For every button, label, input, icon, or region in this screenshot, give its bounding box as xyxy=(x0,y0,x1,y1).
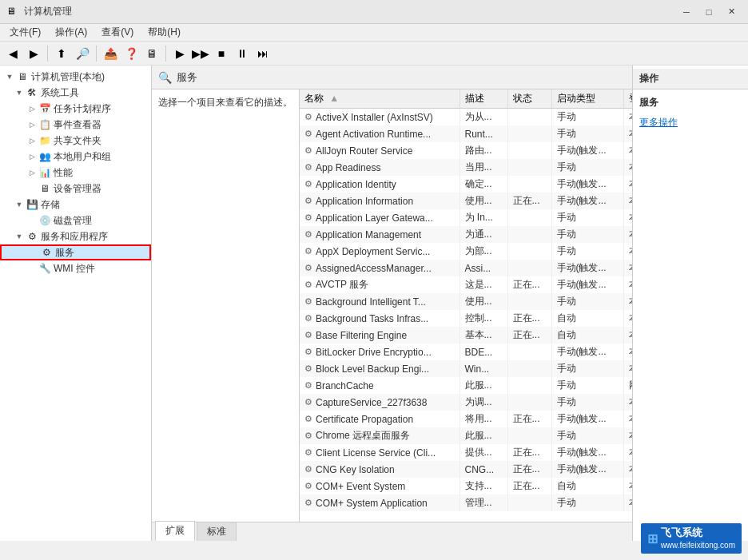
export-button[interactable]: 📤 xyxy=(101,44,120,63)
tree-item-device-manager[interactable]: 🖥 设备管理器 xyxy=(0,181,151,197)
svc-status-cell xyxy=(507,243,551,260)
table-row[interactable]: ⚙AppX Deployment Servic...为部...手动本 xyxy=(300,243,632,260)
services-list[interactable]: 名称 ▲ 描述 状态 启动类型 xyxy=(300,89,632,522)
svc-name-cell: ⚙BitLocker Drive Encryptio... xyxy=(304,347,432,358)
col-login[interactable]: 登 xyxy=(623,89,632,109)
tree-item-task-scheduler[interactable]: ▷ 📅 任务计划程序 xyxy=(0,101,151,117)
table-row[interactable]: ⚙ActiveX Installer (AxInstSV)为从...手动本 xyxy=(300,109,632,126)
table-row[interactable]: ⚙Application Information使用...正在...手动(触发.… xyxy=(300,193,632,209)
play-all-button[interactable]: ▶▶ xyxy=(191,44,210,63)
svc-login-cell: 本 xyxy=(623,260,632,276)
table-row[interactable]: ⚙Base Filtering Engine基本...正在...自动本 xyxy=(300,327,632,344)
tab-extend[interactable]: 扩展 xyxy=(155,521,195,541)
system-tools-label: 系统工具 xyxy=(41,86,79,100)
tree-root[interactable]: ▼ 🖥 计算机管理(本地) xyxy=(0,69,151,85)
tree-item-event-viewer[interactable]: ▷ 📋 事件查看器 xyxy=(0,117,151,133)
stop-button[interactable]: ■ xyxy=(212,44,231,63)
window-icon: 🖥 xyxy=(6,6,19,18)
tree-item-storage[interactable]: ▼ 💾 存储 xyxy=(0,197,151,212)
storage-label: 存储 xyxy=(41,198,60,212)
table-row[interactable]: ⚙Application Identity确定...手动(触发...本 xyxy=(300,176,632,193)
svc-status-cell: 正在... xyxy=(507,411,551,427)
service-gear-icon: ⚙ xyxy=(304,263,312,273)
menu-help[interactable]: 帮助(H) xyxy=(141,24,187,41)
tab-standard[interactable]: 标准 xyxy=(197,522,237,541)
tree-item-disk-mgmt[interactable]: 💿 磁盘管理 xyxy=(0,212,151,228)
system-tools-expand-icon: ▼ xyxy=(13,86,26,99)
action-more[interactable]: 更多操作 xyxy=(633,113,748,133)
svc-login-cell: 本 xyxy=(623,226,632,243)
svcapps-icon: ⚙ xyxy=(26,230,38,243)
tree-item-local-users[interactable]: ▷ 👥 本地用户和组 xyxy=(0,149,151,165)
menu-view[interactable]: 查看(V) xyxy=(95,24,140,41)
tree-item-performance[interactable]: ▷ 📊 性能 xyxy=(0,165,151,181)
svc-desc-cell: CNG... xyxy=(460,461,507,478)
menu-file[interactable]: 文件(F) xyxy=(3,24,47,41)
col-name[interactable]: 名称 ▲ xyxy=(300,89,460,109)
table-row[interactable]: ⚙BitLocker Drive Encryptio...BDE...手动(触发… xyxy=(300,344,632,360)
col-startup[interactable]: 启动类型 xyxy=(551,89,623,109)
service-gear-icon: ⚙ xyxy=(304,246,312,256)
table-row[interactable]: ⚙CaptureService_227f3638为调...手动本 xyxy=(300,394,632,411)
table-row[interactable]: ⚙Chrome 远程桌面服务此服...手动本 xyxy=(300,427,632,444)
table-row[interactable]: ⚙AllJoyn Router Service路由...手动(触发...本 xyxy=(300,142,632,159)
table-row[interactable]: ⚙Agent Activation Runtime...Runt...手动本 xyxy=(300,125,632,142)
svc-startup-cell: 手动(触发... xyxy=(551,344,623,360)
svc-status-cell xyxy=(507,260,551,276)
table-row[interactable]: ⚙Background Intelligent T...使用...手动本 xyxy=(300,293,632,310)
service-gear-icon: ⚙ xyxy=(304,498,312,508)
svc-name-cell: ⚙COM+ System Application xyxy=(304,498,428,509)
svc-status-cell: 正在... xyxy=(507,193,551,209)
close-button[interactable]: ✕ xyxy=(721,4,742,20)
svc-label: 服务 xyxy=(55,246,74,260)
restart-button[interactable]: ⏭ xyxy=(253,44,273,63)
svc-login-cell: 本 xyxy=(623,360,632,377)
table-row[interactable]: ⚙Background Tasks Infras...控制...正在...自动本 xyxy=(300,310,632,327)
task-icon: 📅 xyxy=(38,102,51,115)
table-row[interactable]: ⚙AssignedAccessManager...Assi...手动(触发...… xyxy=(300,260,632,276)
up-button[interactable]: ⬆ xyxy=(52,44,71,63)
table-row[interactable]: ⚙Certificate Propagation将用...正在...手动(触发.… xyxy=(300,411,632,427)
play-button[interactable]: ▶ xyxy=(170,44,189,63)
table-row[interactable]: ⚙Block Level Backup Engi...Win...手动本 xyxy=(300,360,632,377)
tree-item-shared-folders[interactable]: ▷ 📁 共享文件夹 xyxy=(0,133,151,149)
table-row[interactable]: ⚙CNG Key IsolationCNG...正在...手动(触发...本 xyxy=(300,461,632,478)
tree-item-wmi[interactable]: 🔧 WMI 控件 xyxy=(0,260,151,276)
maximize-button[interactable]: □ xyxy=(698,4,719,20)
table-row[interactable]: ⚙COM+ Event System支持...正在...自动本 xyxy=(300,478,632,494)
svc-name-cell: ⚙Client License Service (Cli... xyxy=(304,447,436,459)
task-expand-icon: ▷ xyxy=(26,102,38,115)
minimize-button[interactable]: ─ xyxy=(676,4,697,20)
svc-name-cell: ⚙Block Level Backup Engi... xyxy=(304,363,429,375)
disk-expand-icon xyxy=(26,214,38,227)
help-button[interactable]: ❓ xyxy=(121,44,141,63)
table-row[interactable]: ⚙Client License Service (Cli...提供...正在..… xyxy=(300,444,632,461)
svc-status-cell: 正在... xyxy=(507,444,551,461)
col-status[interactable]: 状态 xyxy=(507,89,551,109)
perf-expand-icon: ▷ xyxy=(26,166,38,179)
table-row[interactable]: ⚙AVCTP 服务这是...正在...手动(触发...本 xyxy=(300,276,632,293)
table-row[interactable]: ⚙Application Management为通...手动本 xyxy=(300,226,632,243)
menu-action[interactable]: 操作(A) xyxy=(49,24,94,41)
svc-name-cell: ⚙BranchCache xyxy=(304,380,374,391)
back-button[interactable]: ◀ xyxy=(3,44,22,63)
forward-button[interactable]: ▶ xyxy=(24,44,43,63)
table-row[interactable]: ⚙App Readiness当用...手动本 xyxy=(300,159,632,176)
disk-label: 磁盘管理 xyxy=(54,214,92,228)
svc-startup-cell: 手动 xyxy=(551,226,623,243)
svc-startup-cell: 手动 xyxy=(551,125,623,142)
tree-item-system-tools[interactable]: ▼ 🛠 系统工具 xyxy=(0,85,151,101)
tree-item-services[interactable]: ⚙ 服务 xyxy=(0,244,151,260)
computer-button[interactable]: 🖥 xyxy=(142,44,161,63)
table-row[interactable]: ⚙BranchCache此服...手动网 xyxy=(300,377,632,394)
table-row[interactable]: ⚙COM+ System Application管理...手动本 xyxy=(300,494,632,511)
toolbar-separator-1 xyxy=(47,46,48,62)
root-expand-icon: ▼ xyxy=(3,70,16,83)
table-row[interactable]: ⚙Application Layer Gatewa...为 In...手动本 xyxy=(300,209,632,226)
svc-status-cell xyxy=(507,125,551,142)
svc-startup-cell: 手动(触发... xyxy=(551,142,623,159)
pause-button[interactable]: ⏸ xyxy=(233,44,252,63)
tree-item-services-apps[interactable]: ▼ ⚙ 服务和应用程序 xyxy=(0,228,151,244)
col-desc[interactable]: 描述 xyxy=(460,89,507,109)
show-hide-button[interactable]: 🔎 xyxy=(73,44,92,63)
